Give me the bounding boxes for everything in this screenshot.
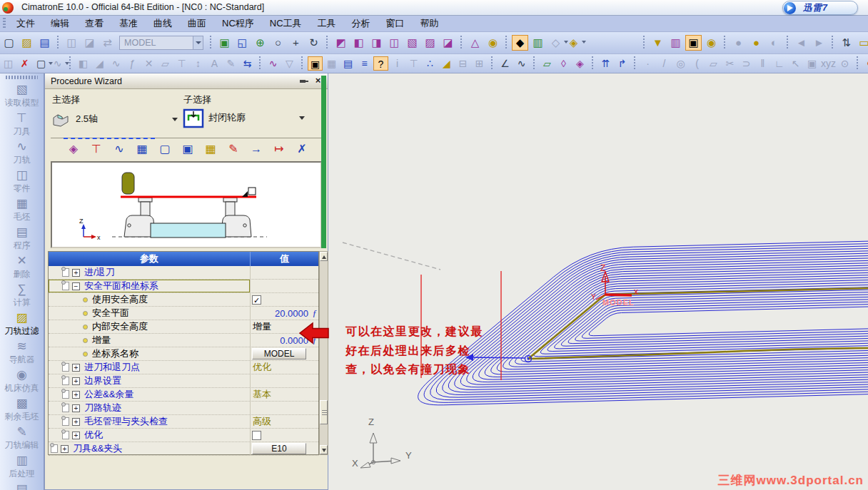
rotate-view-icon[interactable]: ↻: [306, 35, 322, 51]
menu-item[interactable]: 编辑: [43, 16, 77, 31]
chevron-down-icon[interactable]: [65, 62, 69, 65]
edit-nodes-icon[interactable]: ∴: [423, 56, 438, 71]
param-cell[interactable]: 内部安全高度: [49, 320, 251, 333]
value-cell[interactable]: [251, 429, 318, 441]
param-row[interactable]: 使用安全高度✓: [49, 293, 318, 307]
menu-item[interactable]: 查看: [77, 16, 111, 31]
param-row[interactable]: +进刀和退刀点优化: [49, 361, 318, 374]
sidebar-item-toolpath-edit[interactable]: ✎刀轨编辑: [0, 424, 44, 453]
param-cell[interactable]: −安全平面和坐标系: [49, 280, 251, 292]
param-row[interactable]: +毛坯管理与夹头检查高级: [49, 415, 318, 429]
view-bottom-icon[interactable]: ◪: [440, 35, 456, 51]
param-cell[interactable]: 使用安全高度: [49, 293, 251, 306]
view-right-icon[interactable]: ▧: [404, 35, 420, 51]
save-file-icon[interactable]: ▤: [36, 35, 53, 51]
sidebar-item-read-model[interactable]: ▧读取模型: [0, 82, 44, 111]
pin-note-icon[interactable]: ⊤: [406, 56, 421, 71]
corner-create-icon[interactable]: ∟: [772, 56, 787, 71]
xyz-point-icon[interactable]: xyz: [821, 56, 836, 71]
export-procedure-icon[interactable]: →: [247, 141, 266, 158]
plane-2-icon[interactable]: ▱: [706, 56, 721, 71]
surface-fold-icon[interactable]: ◊: [556, 56, 571, 71]
param-value[interactable]: 20.0000: [275, 308, 308, 319]
update-model-icon[interactable]: ⇄: [99, 35, 116, 51]
filter-funnel-icon[interactable]: ▽: [282, 56, 297, 71]
param-cell[interactable]: 增量: [49, 334, 251, 347]
shaded-display-icon[interactable]: ◆: [512, 35, 528, 51]
menu-item[interactable]: 曲面: [180, 16, 214, 31]
pin-icon[interactable]: [299, 76, 309, 86]
previous-view-icon[interactable]: ◄: [793, 35, 809, 51]
expand-icon[interactable]: +: [72, 432, 80, 439]
value-column-header[interactable]: 值: [251, 252, 318, 266]
new-file-icon[interactable]: ▢: [1, 35, 17, 51]
param-cell[interactable]: +公差&&余量: [49, 388, 251, 401]
view-top-icon[interactable]: ▨: [422, 35, 438, 51]
view-front-icon[interactable]: ◧: [350, 35, 367, 51]
zoom-in-icon[interactable]: ⊕: [252, 35, 268, 51]
frame-box-icon[interactable]: ▣: [804, 56, 819, 71]
sidebar-item-calculate[interactable]: ∑计算: [0, 282, 44, 310]
draft-face-icon[interactable]: ◢: [439, 56, 454, 71]
menu-item[interactable]: NC程序: [214, 16, 262, 31]
value-cell[interactable]: [251, 280, 318, 292]
sidebar-item-delete[interactable]: ✕删除: [0, 253, 44, 282]
sidebar-item-nc-report[interactable]: ▤NC报告: [0, 481, 44, 490]
undo-toolpath-icon[interactable]: ↺: [863, 56, 868, 71]
shade-model-icon[interactable]: ◪: [81, 35, 98, 51]
menu-item[interactable]: 工具: [310, 16, 344, 31]
param-value-button[interactable]: E10: [252, 443, 306, 454]
next-view-icon[interactable]: ►: [811, 35, 827, 51]
graphics-viewport[interactable]: 可以在这里更改，建议最 好在后处理出来后多检 查，以免会有撞刀现象 Z x Y …: [328, 73, 868, 490]
plane-create-icon[interactable]: ▱: [540, 56, 555, 71]
apply-exit-icon[interactable]: ↦: [270, 141, 288, 158]
scroll-thumb[interactable]: [320, 400, 328, 424]
transparent-display-icon[interactable]: ◇: [547, 35, 564, 51]
mesh-surface-icon[interactable]: ◈: [572, 56, 587, 71]
menu-item[interactable]: NC工具: [262, 16, 310, 31]
scroll-down-icon[interactable]: [320, 445, 328, 454]
value-cell[interactable]: [251, 374, 318, 387]
toolpath-segments-icon[interactable]: ▥: [667, 35, 684, 51]
axes-3d-icon[interactable]: ⇈: [598, 56, 613, 71]
expand-tree-icon[interactable]: ⊞: [472, 56, 487, 71]
menu-item[interactable]: 基准: [111, 16, 146, 31]
sidebar-item-toolpath[interactable]: ∿刀轨: [0, 139, 44, 168]
param-cell[interactable]: +边界设置: [49, 374, 251, 387]
expand-icon[interactable]: +: [72, 391, 80, 399]
scroll-up-icon[interactable]: [320, 252, 328, 261]
checkbox[interactable]: ✓: [252, 295, 261, 305]
view-back-icon[interactable]: ◨: [368, 35, 385, 51]
ucs-create-icon[interactable]: ↱: [615, 56, 630, 71]
save-edit-icon[interactable]: ✎: [224, 141, 243, 158]
param-cell[interactable]: +进刀和退刀点: [49, 361, 251, 374]
param-row[interactable]: +边界设置: [49, 374, 318, 388]
param-value[interactable]: 基本: [253, 388, 271, 401]
chevron-down-icon[interactable]: [582, 41, 586, 44]
sidebar-item-stock[interactable]: ▦毛坯: [0, 196, 44, 225]
value-cell[interactable]: E10: [251, 442, 318, 455]
param-cell[interactable]: 安全平面: [49, 307, 251, 320]
sidebar-item-remaining-stock[interactable]: ▩剩余毛坯: [0, 396, 44, 424]
menu-item[interactable]: 帮助: [413, 16, 447, 31]
pick-point-icon[interactable]: ↖: [788, 56, 803, 71]
param-value[interactable]: 增量: [253, 320, 271, 333]
expand-icon[interactable]: +: [72, 269, 80, 277]
collapse-tree-icon[interactable]: ⊟: [455, 56, 470, 71]
param-row[interactable]: +刀路轨迹: [49, 402, 318, 415]
toolpath-select-icon[interactable]: ▣: [685, 35, 702, 51]
model-selector-combo[interactable]: MODEL: [119, 36, 203, 50]
capture-view-icon[interactable]: ◉: [485, 35, 501, 51]
orient-view-icon[interactable]: △: [467, 35, 483, 51]
deselect-all-icon[interactable]: ✗: [17, 56, 32, 71]
split-curve-icon[interactable]: ‖: [755, 56, 770, 71]
pan-view-icon[interactable]: +: [288, 35, 304, 51]
extend-curve-icon[interactable]: ⊃: [739, 56, 754, 71]
measure-angle-icon[interactable]: ∠: [498, 56, 513, 71]
sketcher-icon[interactable]: ✎: [223, 56, 238, 71]
data-table-icon[interactable]: ▦: [201, 141, 220, 158]
measure-icon[interactable]: ▭: [856, 35, 868, 51]
param-row[interactable]: +优化: [49, 429, 318, 442]
spline-icon[interactable]: ∿: [514, 56, 529, 71]
sidebar-item-navigator[interactable]: ≋导航器: [0, 339, 44, 367]
